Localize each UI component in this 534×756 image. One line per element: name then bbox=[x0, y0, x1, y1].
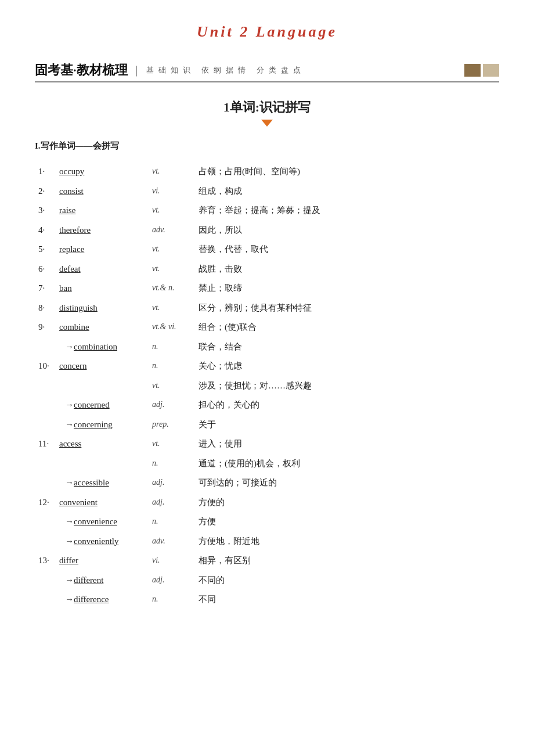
derivative-word: →concerned bbox=[56, 395, 149, 415]
derivative-pos: adv. bbox=[149, 532, 195, 552]
word-def: 关心；忧虑 bbox=[195, 357, 499, 376]
word-pos: vt. bbox=[149, 298, 195, 318]
word-term: therefore bbox=[56, 221, 149, 240]
word-pos: adj. bbox=[149, 493, 195, 513]
derivative-word: →difference bbox=[56, 590, 149, 610]
word-term: consist bbox=[56, 182, 149, 201]
section-header-pipe: ｜ bbox=[131, 63, 142, 77]
vocab-section-title: 1单词:识记拼写 bbox=[35, 99, 499, 116]
derivative-def: 可到达的；可接近的 bbox=[195, 473, 499, 493]
word-pos-extra: vt. bbox=[149, 376, 195, 396]
word-def: 进入；使用 bbox=[195, 434, 499, 454]
section-header-sub: 基础知识 依纲据情 分类盘点 bbox=[146, 65, 306, 75]
derivative-pos: adj. bbox=[149, 395, 195, 415]
table-row: 8·distinguishvt.区分，辨别；使具有某种特征 bbox=[35, 298, 499, 318]
word-def: 方便的 bbox=[195, 493, 499, 513]
word-pos: vi. bbox=[149, 551, 195, 571]
word-pos: vt. bbox=[149, 162, 195, 182]
derivative-word: →convenience bbox=[56, 512, 149, 532]
derivative-word: →combination bbox=[56, 337, 149, 357]
word-def-extra: 涉及；使担忧；对……感兴趣 bbox=[195, 376, 499, 396]
word-def: 禁止；取缔 bbox=[195, 279, 499, 298]
table-row: 12·convenientadj.方便的 bbox=[35, 493, 499, 513]
word-number: 11· bbox=[35, 434, 56, 454]
word-def: 组合；(使)联合 bbox=[195, 318, 499, 337]
derivative-row: →conveniencen.方便 bbox=[35, 512, 499, 532]
table-row: 2·consistvi.组成，构成 bbox=[35, 182, 499, 201]
word-number: 8· bbox=[35, 298, 56, 318]
table-row: 3·raisevt.养育；举起；提高；筹募；提及 bbox=[35, 201, 499, 221]
word-term: access bbox=[56, 434, 149, 454]
derivative-def: 联合，结合 bbox=[195, 337, 499, 357]
word-def: 战胜，击败 bbox=[195, 260, 499, 279]
word-def: 养育；举起；提高；筹募；提及 bbox=[195, 201, 499, 221]
word-number: 9· bbox=[35, 318, 56, 337]
word-term: distinguish bbox=[56, 298, 149, 318]
word-number: 5· bbox=[35, 240, 56, 260]
derivative-def: 方便地，附近地 bbox=[195, 532, 499, 552]
table-row-extra: n.通道；(使用的)机会，权利 bbox=[35, 454, 499, 474]
word-pos: vi. bbox=[149, 182, 195, 201]
word-number: 2· bbox=[35, 182, 56, 201]
word-number: 12· bbox=[35, 493, 56, 513]
word-pos: vt. bbox=[149, 201, 195, 221]
word-number: 6· bbox=[35, 260, 56, 279]
table-row: 6·defeatvt.战胜，击败 bbox=[35, 260, 499, 279]
word-pos: vt. bbox=[149, 434, 195, 454]
table-row: 5·replacevt.替换，代替，取代 bbox=[35, 240, 499, 260]
word-term: occupy bbox=[56, 162, 149, 182]
word-number: 3· bbox=[35, 201, 56, 221]
word-def: 占领；占用(时间、空间等) bbox=[195, 162, 499, 182]
derivative-word: →accessible bbox=[56, 473, 149, 493]
derivative-word: →conveniently bbox=[56, 532, 149, 552]
derivative-pos: adj. bbox=[149, 473, 195, 493]
table-row: 7·banvt.& n.禁止；取缔 bbox=[35, 279, 499, 298]
table-row: 10·concernn.关心；忧虑 bbox=[35, 357, 499, 376]
word-pos: vt.& n. bbox=[149, 279, 195, 298]
word-def-extra: 通道；(使用的)机会，权利 bbox=[195, 454, 499, 474]
derivative-pos: prep. bbox=[149, 415, 195, 435]
word-term: convenient bbox=[56, 493, 149, 513]
derivative-row: →differencen.不同 bbox=[35, 590, 499, 610]
section-header: 固考基·教材梳理 ｜ 基础知识 依纲据情 分类盘点 bbox=[35, 62, 499, 82]
derivative-pos: n. bbox=[149, 512, 195, 532]
derivative-word: →different bbox=[56, 571, 149, 591]
word-pos-extra: n. bbox=[149, 454, 195, 474]
derivative-def: 不同的 bbox=[195, 571, 499, 591]
subsection-label: I.写作单词——会拼写 bbox=[35, 141, 499, 152]
page-title: Unit 2 Language bbox=[35, 23, 499, 41]
word-number: 7· bbox=[35, 279, 56, 298]
derivative-word: →concerning bbox=[56, 415, 149, 435]
derivative-row: →differentadj.不同的 bbox=[35, 571, 499, 591]
word-def: 替换，代替，取代 bbox=[195, 240, 499, 260]
derivative-row: →concernedadj.担心的，关心的 bbox=[35, 395, 499, 415]
word-def: 区分，辨别；使具有某种特征 bbox=[195, 298, 499, 318]
derivative-pos: n. bbox=[149, 590, 195, 610]
derivative-def: 不同 bbox=[195, 590, 499, 610]
table-row: 4·thereforeadv.因此，所以 bbox=[35, 221, 499, 240]
triangle-icon bbox=[261, 120, 273, 127]
derivative-row: →accessibleadj.可到达的；可接近的 bbox=[35, 473, 499, 493]
section-header-boxes bbox=[464, 64, 499, 77]
header-box-2 bbox=[483, 64, 499, 77]
derivative-def: 担心的，关心的 bbox=[195, 395, 499, 415]
derivative-pos: n. bbox=[149, 337, 195, 357]
word-term: raise bbox=[56, 201, 149, 221]
vocab-title-underline bbox=[35, 120, 499, 127]
derivative-pos: adj. bbox=[149, 571, 195, 591]
table-row: 13·differvi.相异，有区别 bbox=[35, 551, 499, 571]
table-row: 11·accessvt.进入；使用 bbox=[35, 434, 499, 454]
word-term: replace bbox=[56, 240, 149, 260]
table-row: 1·occupyvt.占领；占用(时间、空间等) bbox=[35, 162, 499, 182]
word-pos: adv. bbox=[149, 221, 195, 240]
derivative-def: 方便 bbox=[195, 512, 499, 532]
word-term: differ bbox=[56, 551, 149, 571]
word-def: 因此，所以 bbox=[195, 221, 499, 240]
derivative-row: →convenientlyadv.方便地，附近地 bbox=[35, 532, 499, 552]
derivative-def: 关于 bbox=[195, 415, 499, 435]
derivative-row: →combinationn.联合，结合 bbox=[35, 337, 499, 357]
word-pos: vt. bbox=[149, 240, 195, 260]
word-term: ban bbox=[56, 279, 149, 298]
vocab-table: 1·occupyvt.占领；占用(时间、空间等)2·consistvi.组成，构… bbox=[35, 162, 499, 610]
word-number: 1· bbox=[35, 162, 56, 182]
